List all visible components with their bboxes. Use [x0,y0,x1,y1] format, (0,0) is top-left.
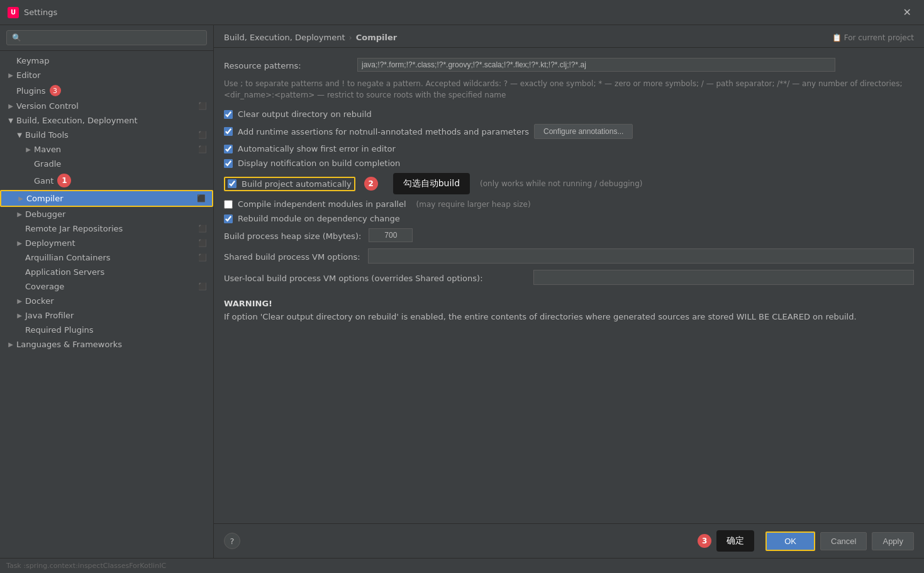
auto-show-error-label[interactable]: Automatically show first error in editor [238,144,396,153]
sidebar: Keymap ▶ Editor Plugins 3 ▶ Version Cont… [0,25,214,558]
build-automatically-label[interactable]: Build project automatically [242,179,352,189]
gant-bubble1: 1 [57,174,71,187]
sidebar-item-remote-jar[interactable]: Remote Jar Repositories ⬛ [0,221,213,236]
resource-patterns-input[interactable] [357,58,835,72]
sidebar-item-maven[interactable]: ▶ Maven ⬛ [0,142,213,157]
clear-output-checkbox[interactable] [224,110,233,119]
sidebar-item-languages[interactable]: ▶ Languages & Frameworks [0,337,213,352]
sidebar-item-keymap[interactable]: Keymap [0,53,213,68]
arrow-coverage [15,282,24,291]
sidebar-item-arquillian[interactable]: Arquillian Containers ⬛ [0,250,213,265]
copy-icon-maven: ⬛ [198,145,207,153]
resource-patterns-label: Resource patterns: [224,60,350,70]
label-keymap: Keymap [16,56,49,65]
project-label: For current project [844,33,914,42]
arrow-rjr [15,225,24,233]
label-build-tools: Build Tools [25,130,69,140]
sidebar-item-build-tools[interactable]: ▼ Build Tools ⬛ [0,128,213,142]
sidebar-item-docker[interactable]: ▶ Docker [0,294,213,308]
sidebar-item-coverage[interactable]: Coverage ⬛ [0,279,213,294]
copy-icon-arquillian: ⬛ [198,253,207,262]
label-deployment: Deployment [25,238,75,248]
build-automatically-checkbox[interactable] [228,179,237,188]
arrow-build-tools: ▼ [15,131,24,140]
statusbar: Task :spring.context:inspectClassesForKo… [0,558,924,573]
heap-label: Build process heap size (Mbytes): [224,230,361,241]
app-icon: U [8,7,19,18]
copy-icon-coverage: ⬛ [198,282,207,291]
compile-parallel-checkbox[interactable] [224,200,233,209]
cancel-button[interactable]: Cancel [820,532,867,550]
sidebar-item-gant[interactable]: Gant 1 [0,171,213,190]
resource-hint: Use ; to separate patterns and ! to nega… [224,78,914,101]
copy-icon-compiler: ⬛ [197,194,206,203]
display-notification-checkbox[interactable] [224,159,233,168]
configure-annotations-button[interactable]: Configure annotations... [534,124,633,139]
warning-body: If option 'Clear output directory on reb… [224,311,914,324]
arrow-keymap [6,57,15,65]
arrow-java-profiler: ▶ [15,311,24,320]
sidebar-item-debugger[interactable]: ▶ Debugger [0,207,213,221]
sidebar-item-plugins[interactable]: Plugins 3 [0,82,213,99]
breadcrumb: Build, Execution, Deployment › Compiler … [224,33,914,42]
plugins-badge: 3 [50,85,61,96]
panel-header: Build, Execution, Deployment › Compiler … [214,25,924,48]
label-rjr: Remote Jar Repositories [25,224,123,233]
label-coverage: Coverage [25,282,64,291]
warning-title: WARNING! [224,298,914,311]
display-notification-row: Display notification on build completion [224,159,914,168]
rebuild-module-row: Rebuild module on dependency change [224,214,914,223]
arrow-plugins [6,86,15,95]
add-runtime-label[interactable]: Add runtime assertions for notnull-annot… [238,127,529,136]
help-button[interactable]: ? [224,533,240,549]
clear-output-label[interactable]: Clear output directory on rebuild [238,109,372,119]
arrow-maven: ▶ [24,145,33,154]
sidebar-item-version-control[interactable]: ▶ Version Control ⬛ [0,99,213,113]
project-icon: 📋 [832,33,842,42]
settings-window: U Settings ✕ Keymap ▶ Editor [0,0,924,573]
heap-input[interactable] [369,228,413,242]
project-link[interactable]: 📋 For current project [832,33,914,42]
user-vm-input[interactable] [533,270,914,285]
copy-icon-vc: ⬛ [198,102,207,110]
rebuild-module-checkbox[interactable] [224,214,233,223]
right-panel: Build, Execution, Deployment › Compiler … [214,25,924,558]
auto-show-error-checkbox[interactable] [224,145,233,153]
rebuild-module-label[interactable]: Rebuild module on dependency change [238,214,400,223]
label-app-servers: Application Servers [25,267,104,277]
shared-vm-row: Shared build process VM options: [224,248,914,264]
arrow-app-servers [15,268,24,277]
sidebar-item-gradle[interactable]: Gradle [0,157,213,171]
sidebar-item-editor[interactable]: ▶ Editor [0,68,213,82]
label-build: Build, Execution, Deployment [16,116,137,125]
label-editor: Editor [16,70,40,80]
search-input[interactable] [6,30,207,45]
tooltip3: 确定 [716,530,754,552]
clear-output-row: Clear output directory on rebuild [224,109,914,119]
close-button[interactable]: ✕ [898,4,916,21]
sidebar-item-app-servers[interactable]: Application Servers [0,265,213,279]
apply-button[interactable]: Apply [872,532,914,550]
shared-vm-input[interactable] [368,248,914,264]
compile-parallel-label[interactable]: Compile independent modules in parallel [238,199,406,209]
breadcrumb-sep: › [348,33,352,42]
add-runtime-row: Add runtime assertions for notnull-annot… [224,124,914,139]
footer-right: 3 确定 OK Cancel Apply [694,530,914,552]
arrow-editor: ▶ [6,71,15,80]
copy-icon-rjr: ⬛ [198,225,207,233]
label-java-profiler: Java Profiler [25,311,74,320]
sidebar-item-deployment[interactable]: ▶ Deployment ⬛ [0,236,213,250]
arrow-docker: ▶ [15,297,24,306]
sidebar-item-required-plugins[interactable]: Required Plugins [0,323,213,337]
ok-button[interactable]: OK [765,531,815,551]
display-notification-label[interactable]: Display notification on build completion [238,159,400,168]
sidebar-item-build[interactable]: ▼ Build, Execution, Deployment [0,113,213,128]
panel-body: Resource patterns: Use ; to separate pat… [214,48,924,523]
sidebar-item-compiler[interactable]: ▶ Compiler ⬛ [0,190,213,207]
sidebar-item-java-profiler[interactable]: ▶ Java Profiler [0,308,213,323]
add-runtime-checkbox[interactable] [224,127,233,136]
label-maven: Maven [34,145,61,154]
shared-vm-label: Shared build process VM options: [224,251,360,262]
arrow-compiler: ▶ [16,194,25,203]
footer-left: ? [224,533,240,549]
